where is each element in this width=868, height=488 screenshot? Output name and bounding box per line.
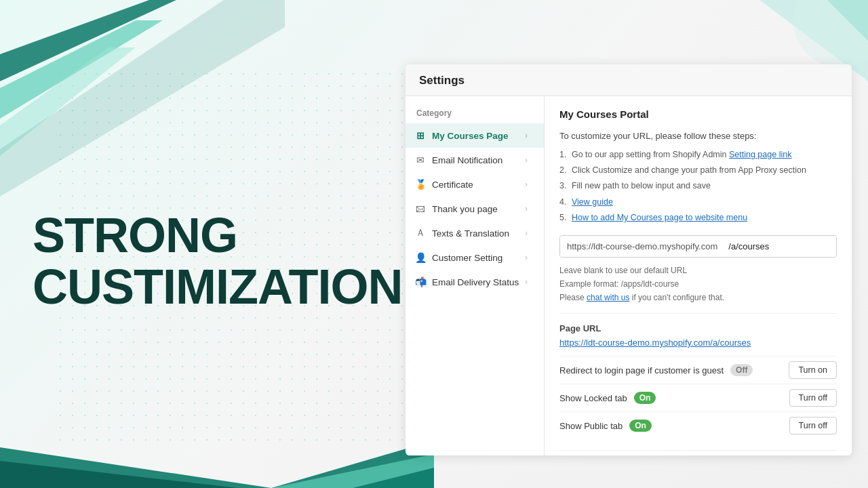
customer-icon: 👤 [415, 252, 426, 263]
chat-with-us-link[interactable]: chat with us [587, 293, 629, 302]
chevron-right-icon: › [525, 204, 534, 214]
hint-1: Leave blank to use our default URL [559, 264, 837, 277]
hint-2: Example format: /apps/ldt-course [559, 278, 837, 290]
sidebar-label-thank-you-page: Thank you page [432, 204, 498, 214]
svg-point-6 [793, 0, 868, 68]
hero-line-1: STRONG [33, 210, 403, 262]
chevron-right-icon: › [525, 155, 534, 165]
redirect-status-badge: Off [730, 364, 753, 376]
page-url-label: Page URL [559, 323, 837, 333]
divider-1 [559, 313, 837, 314]
show-locked-status-badge: On [634, 392, 656, 404]
show-locked-toggle-button[interactable]: Turn off [789, 389, 837, 407]
url-input-row: https://ldt-course-demo.myshopify.com [559, 235, 837, 258]
page-url-link[interactable]: https://ldt-course-demo.myshopify.com/a/… [559, 338, 751, 348]
sidebar-label-email-notification: Email Notification [432, 155, 502, 165]
sidebar-item-certificate[interactable]: 🏅 Certificate › [406, 172, 544, 197]
hero-text-block: STRONG CUSTIMIZATION [33, 210, 403, 312]
redirect-label: Redirect to login page if customer is gu… [559, 365, 724, 375]
chevron-right-icon: › [525, 253, 534, 262]
add-courses-menu-link[interactable]: How to add My Courses page to website me… [572, 213, 747, 222]
category-label: Category [406, 102, 544, 123]
instruction-heading: To customize your URL, please follow the… [559, 129, 837, 143]
sidebar-item-texts-translation[interactable]: Ａ Texts & Translation › [406, 221, 544, 245]
chevron-right-icon: › [525, 180, 534, 189]
settings-body: Category ⊞ My Courses Page › ✉ Email Not… [406, 96, 852, 455]
top-left-decoration [0, 0, 285, 203]
sidebar-label-customer-setting: Customer Setting [432, 253, 502, 263]
show-public-toggle-row: Show Public tab On Turn off [559, 411, 837, 439]
sidebar-item-email-delivery-status[interactable]: 📬 Email Delivery Status › [406, 270, 544, 294]
svg-marker-8 [0, 461, 237, 488]
sidebar-label-my-courses-page: My Courses Page [432, 131, 509, 141]
certificate-icon: 🏅 [415, 179, 426, 190]
thankyou-icon: 🖂 [415, 203, 426, 214]
chevron-right-icon: › [525, 277, 534, 287]
sidebar-item-my-courses-page[interactable]: ⊞ My Courses Page › [406, 123, 544, 148]
show-public-status-badge: On [629, 420, 652, 432]
email-icon: ✉ [415, 155, 426, 165]
settings-panel: Settings Category ⊞ My Courses Page › ✉ … [406, 64, 852, 455]
sidebar-label-texts-translation: Texts & Translation [432, 228, 509, 239]
sidebar-label-certificate: Certificate [432, 180, 473, 190]
chevron-right-icon: › [525, 228, 534, 238]
grid-icon: ⊞ [415, 130, 426, 141]
show-public-label: Show Public tab [559, 421, 623, 431]
sidebar-label-email-delivery-status: Email Delivery Status [432, 277, 519, 287]
hint-3: Please chat with us if you can't configu… [559, 291, 837, 304]
hero-line-2: CUSTIMIZATION [33, 262, 403, 313]
view-guide-link[interactable]: View guide [572, 197, 613, 207]
delivery-icon: 📬 [415, 277, 426, 287]
category-sidebar: Category ⊞ My Courses Page › ✉ Email Not… [406, 96, 545, 455]
chevron-right-icon: › [525, 131, 534, 140]
redirect-toggle-row: Redirect to login page if customer is gu… [559, 356, 837, 384]
setting-page-link[interactable]: Setting page link [729, 150, 791, 159]
bottom-left-decoration [0, 386, 434, 488]
portal-section-title: My Courses Portal [559, 108, 837, 120]
instruction-step-1: 1. Go to our app setting from Shopify Ad… [559, 147, 837, 163]
settings-header: Settings [406, 64, 852, 96]
instruction-step-5: 5. How to add My Courses page to website… [559, 210, 837, 226]
instruction-step-2: 2. Click Customize and change your path … [559, 163, 837, 178]
show-public-toggle-button[interactable]: Turn off [789, 417, 837, 434]
instruction-list: 1. Go to our app setting from Shopify Ad… [559, 147, 837, 226]
text-icon: Ａ [415, 228, 426, 239]
url-base-display: https://ldt-course-demo.myshopify.com [560, 236, 724, 257]
instruction-step-3: 3. Fill new path to below input and save [559, 178, 837, 194]
style-section-title: Style Setting [559, 450, 837, 455]
content-area: My Courses Portal To customize your URL,… [545, 96, 852, 455]
show-locked-toggle-row: Show Locked tab On Turn off [559, 384, 837, 411]
sidebar-item-thank-you-page[interactable]: 🖂 Thank you page › [406, 197, 544, 221]
sidebar-item-email-notification[interactable]: ✉ Email Notification › [406, 148, 544, 172]
show-locked-label: Show Locked tab [559, 393, 627, 403]
redirect-toggle-button[interactable]: Turn on [789, 361, 837, 379]
url-path-input[interactable] [724, 236, 837, 257]
instruction-step-4: 4. View guide [559, 195, 837, 210]
sidebar-item-customer-setting[interactable]: 👤 Customer Setting › [406, 245, 544, 270]
settings-title: Settings [419, 74, 465, 87]
